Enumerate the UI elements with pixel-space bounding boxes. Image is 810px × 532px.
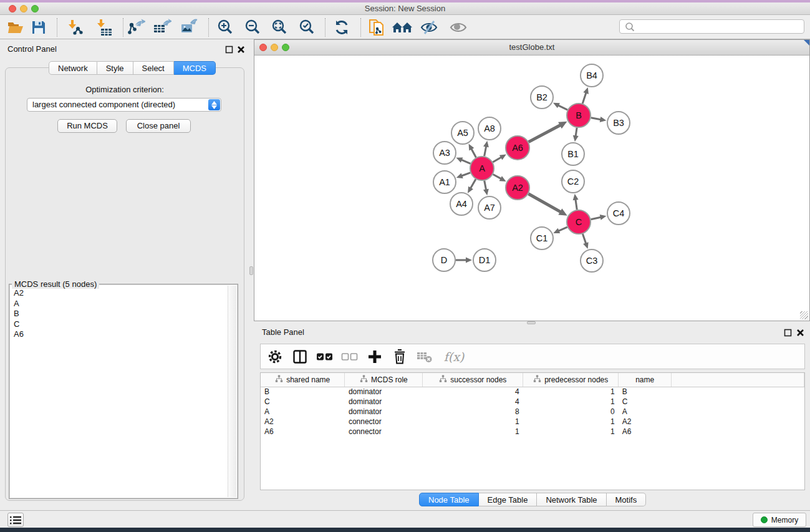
export-table-icon[interactable]	[152, 17, 173, 38]
refresh-layout-icon[interactable]	[331, 17, 352, 38]
edge-A-A8[interactable]	[485, 147, 486, 157]
search-input[interactable]	[637, 22, 804, 31]
horizontal-splitter-handle[interactable]	[527, 321, 536, 324]
memory-button[interactable]: Memory	[753, 513, 806, 527]
result-item[interactable]: C	[11, 319, 226, 330]
network-maximize-button[interactable]	[282, 44, 289, 51]
edge-C-C4[interactable]	[591, 217, 601, 220]
node-C2[interactable]: C2	[562, 170, 584, 193]
node-A4[interactable]: A4	[450, 193, 473, 215]
node-B1[interactable]: B1	[562, 143, 584, 165]
edge-A6-B[interactable]	[529, 125, 561, 142]
tab-network[interactable]: Network	[49, 61, 97, 75]
edge-C-C2[interactable]	[576, 200, 577, 210]
status-menu-button[interactable]	[7, 513, 24, 527]
show-view-icon[interactable]	[448, 17, 469, 38]
open-file-icon[interactable]	[5, 17, 26, 38]
table-row[interactable]: A6connector11A6	[261, 427, 804, 437]
result-scrollbar[interactable]	[228, 286, 236, 497]
network-canvas[interactable]: B4B2BB3A5A8A6A3B1AA1C2A2A4A7CC4C1C3DD1	[254, 56, 809, 321]
column-settings-gear-icon[interactable]	[266, 347, 284, 366]
node-A5[interactable]: A5	[451, 122, 474, 144]
table-row[interactable]: Adominator80A	[261, 407, 804, 417]
column-header-name[interactable]: name	[619, 373, 672, 387]
network-resize-grip[interactable]	[800, 311, 808, 319]
maximize-window-button[interactable]	[31, 5, 39, 12]
zoom-in-icon[interactable]	[215, 17, 236, 38]
table-header-row[interactable]: shared nameMCDS rolesuccessor nodesprede…	[261, 373, 804, 387]
edge-A-A7[interactable]	[485, 181, 486, 190]
table-close-icon[interactable]	[796, 328, 804, 336]
node-A1[interactable]: A1	[433, 171, 456, 193]
node-C[interactable]: C	[567, 210, 591, 234]
node-A8[interactable]: A8	[478, 117, 501, 140]
tab-motifs[interactable]: Motifs	[607, 493, 647, 506]
edge-C-C3[interactable]	[582, 234, 586, 244]
network-close-button[interactable]	[259, 44, 267, 51]
run-mcds-button[interactable]: Run MCDS	[57, 119, 117, 133]
tab-mcds[interactable]: MCDS	[174, 61, 216, 75]
export-image-icon[interactable]	[179, 17, 200, 38]
edge-A-A6[interactable]	[493, 157, 501, 162]
show-home-panels-icon[interactable]	[392, 17, 413, 38]
node-B3[interactable]: B3	[607, 112, 630, 134]
edge-A-A3[interactable]	[461, 160, 471, 163]
tab-network-table[interactable]: Network Table	[537, 493, 606, 506]
node-B2[interactable]: B2	[531, 86, 553, 109]
import-network-icon[interactable]	[64, 17, 85, 38]
delete-columns-icon[interactable]	[390, 347, 409, 366]
edge-A-A5[interactable]	[471, 148, 476, 157]
clone-network-icon[interactable]	[367, 17, 388, 38]
minimize-window-button[interactable]	[20, 5, 27, 12]
tab-edge-table[interactable]: Edge Table	[479, 493, 538, 506]
network-minimize-button[interactable]	[271, 44, 278, 51]
node-B[interactable]: B	[567, 104, 591, 127]
node-A[interactable]: A	[470, 157, 494, 180]
float-panel-icon[interactable]	[225, 45, 233, 53]
zoom-selected-icon[interactable]	[296, 17, 317, 38]
column-header-predecessor-nodes[interactable]: predecessor nodes	[523, 373, 619, 387]
result-item[interactable]: A6	[11, 329, 226, 340]
node-C4[interactable]: C4	[607, 202, 630, 225]
tab-node-table[interactable]: Node Table	[419, 493, 479, 506]
add-column-icon[interactable]	[365, 347, 384, 366]
edge-A-A2[interactable]	[493, 175, 501, 179]
edge-B-B4[interactable]	[582, 93, 586, 104]
close-panel-icon[interactable]	[237, 45, 245, 53]
fit-content-icon[interactable]	[269, 17, 290, 38]
node-D1[interactable]: D1	[473, 249, 496, 271]
table-row[interactable]: Cdominator41C	[261, 397, 804, 407]
node-C1[interactable]: C1	[531, 227, 553, 249]
table-row[interactable]: Bdominator41B	[261, 387, 804, 397]
zoom-out-icon[interactable]	[242, 17, 263, 38]
result-item[interactable]: B	[11, 309, 226, 319]
hide-visual-style-icon[interactable]	[418, 17, 440, 38]
node-A6[interactable]: A6	[506, 136, 529, 160]
close-panel-button[interactable]: Close panel	[126, 119, 191, 133]
edge-A-A1[interactable]	[461, 173, 470, 176]
edge-B-B3[interactable]	[591, 118, 601, 120]
select-all-icon[interactable]	[316, 347, 334, 366]
tab-select[interactable]: Select	[133, 61, 174, 75]
edge-A-A4[interactable]	[471, 179, 476, 188]
result-item[interactable]: A	[11, 299, 226, 309]
edge-B-B1[interactable]	[576, 128, 577, 137]
node-A7[interactable]: A7	[478, 196, 501, 219]
table-float-icon[interactable]	[784, 328, 792, 336]
column-header-mcds-role[interactable]: MCDS role	[345, 373, 423, 387]
result-item[interactable]: A2	[11, 288, 226, 299]
vertical-splitter-handle[interactable]	[249, 266, 253, 275]
edge-B-B2[interactable]	[558, 105, 567, 110]
edge-C-C1[interactable]	[559, 227, 567, 231]
node-B4[interactable]: B4	[581, 64, 603, 87]
node-A3[interactable]: A3	[433, 142, 456, 164]
function-builder-icon[interactable]: f(x)	[440, 347, 468, 366]
column-header-successor-nodes[interactable]: successor nodes	[423, 373, 523, 387]
export-network-icon[interactable]	[125, 17, 147, 38]
criterion-select[interactable]: largest connected component (directed)	[27, 98, 221, 112]
delete-table-icon[interactable]	[415, 347, 434, 366]
edge-A2-C[interactable]	[528, 194, 561, 212]
node-C3[interactable]: C3	[581, 249, 603, 272]
import-table-icon[interactable]	[93, 17, 114, 38]
tab-style[interactable]: Style	[97, 61, 133, 75]
